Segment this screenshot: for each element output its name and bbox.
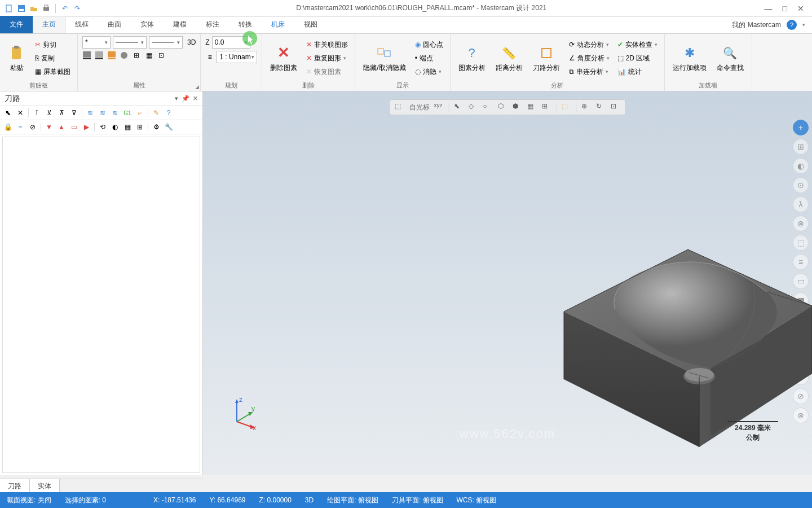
elem-analyze-button[interactable]: ?图素分析 bbox=[455, 43, 489, 74]
maximize-button[interactable]: □ bbox=[783, 4, 787, 13]
tool-icon1[interactable]: ⟲ bbox=[98, 122, 107, 132]
ft-icon7[interactable]: ▦ bbox=[527, 102, 537, 112]
side-tool1-icon[interactable]: ⊞ bbox=[793, 139, 809, 155]
tree-icon4[interactable]: ⊽ bbox=[69, 108, 78, 117]
ft-icon6[interactable]: ⬢ bbox=[513, 102, 523, 112]
panel-tree[interactable] bbox=[2, 137, 200, 473]
tab-model[interactable]: 建模 bbox=[164, 16, 196, 33]
new-icon[interactable] bbox=[5, 4, 14, 13]
layer-icon2[interactable]: ≋ bbox=[98, 108, 107, 117]
stats-button[interactable]: 📊统计 bbox=[615, 65, 660, 78]
btab-toolpath[interactable]: 刀路 bbox=[0, 479, 30, 492]
layer-combo[interactable]: 1 : Unnam bbox=[217, 51, 257, 63]
status-wcs[interactable]: WCS: 俯视图 bbox=[457, 496, 497, 505]
select-x-icon[interactable]: ✕ bbox=[16, 108, 25, 117]
color-orange-icon[interactable] bbox=[107, 51, 116, 60]
point-style-combo[interactable]: * bbox=[82, 36, 111, 49]
ft-icon5[interactable]: ⬡ bbox=[498, 102, 508, 112]
blank-button[interactable]: ◌消隐▾ bbox=[413, 65, 445, 78]
tab-solid[interactable]: 实体 bbox=[131, 16, 164, 33]
duplicate-button[interactable]: ✕重复图形▾ bbox=[304, 52, 350, 64]
status-section[interactable]: 截面视图: 关闭 bbox=[7, 496, 51, 505]
chain-analyze-button[interactable]: ⧉串连分析▾ bbox=[567, 65, 612, 78]
box-icon[interactable]: ▭ bbox=[69, 122, 78, 132]
paste-button[interactable]: 粘贴 bbox=[5, 43, 29, 74]
tool-icon2[interactable]: ◐ bbox=[111, 122, 120, 132]
tab-home[interactable]: 主页 bbox=[33, 16, 65, 33]
tool-icon4[interactable]: ⊞ bbox=[135, 122, 144, 132]
my-mastercam-link[interactable]: 我的 Mastercam bbox=[732, 20, 781, 30]
side-tool3-icon[interactable]: ⊙ bbox=[793, 177, 809, 193]
nonassoc-button[interactable]: ✕非关联图形 bbox=[304, 38, 350, 51]
path-icon[interactable]: ⌐ bbox=[135, 108, 144, 117]
side-tool2-icon[interactable]: ◐ bbox=[793, 158, 809, 174]
tab-transform[interactable]: 转换 bbox=[229, 16, 262, 33]
run-addon-button[interactable]: ✱运行加载项 bbox=[669, 43, 710, 74]
help-icon[interactable]: ? bbox=[787, 20, 797, 30]
right-icon[interactable]: ▶ bbox=[82, 122, 91, 132]
attr-icon2[interactable]: ▦ bbox=[144, 51, 153, 60]
save-icon[interactable] bbox=[17, 4, 26, 13]
wrench-icon[interactable]: 🔧 bbox=[164, 122, 173, 132]
attr-icon1[interactable]: ⊞ bbox=[132, 51, 141, 60]
gear-icon[interactable]: ⚙ bbox=[152, 122, 161, 132]
ft-icon12[interactable]: ⊡ bbox=[611, 102, 621, 112]
tree-icon2[interactable]: ⊻ bbox=[45, 108, 54, 117]
region-button[interactable]: ⬚2D 区域 bbox=[615, 52, 660, 64]
status-cplane[interactable]: 绘图平面: 俯视图 bbox=[327, 496, 378, 505]
layer-icon3[interactable]: ≋ bbox=[111, 108, 120, 117]
redo-icon[interactable]: ↷ bbox=[73, 4, 82, 13]
tree-icon3[interactable]: ⊼ bbox=[57, 108, 66, 117]
ft-icon2[interactable]: ⬉ bbox=[454, 102, 464, 112]
cmd-find-button[interactable]: 🔍命令查找 bbox=[713, 43, 747, 74]
open-icon[interactable] bbox=[29, 4, 38, 13]
btab-solid[interactable]: 实体 bbox=[30, 479, 60, 492]
hide-button[interactable]: 隐藏/取消隐藏 bbox=[360, 43, 409, 74]
tab-wireframe[interactable]: 线框 bbox=[65, 16, 98, 33]
dist-analyze-button[interactable]: 📏距离分析 bbox=[492, 43, 526, 74]
attr-launcher-icon[interactable]: ◢ bbox=[195, 84, 199, 90]
ft-icon11[interactable]: ↻ bbox=[596, 102, 606, 112]
cut-button[interactable]: ✂剪切 bbox=[33, 38, 73, 51]
undo-icon[interactable]: ↶ bbox=[60, 4, 69, 13]
ft-icon8[interactable]: ⊞ bbox=[542, 102, 552, 112]
tab-surface[interactable]: 曲面 bbox=[98, 16, 131, 33]
minimize-button[interactable]: — bbox=[765, 4, 773, 13]
panel-dropdown-icon[interactable]: ▾ bbox=[175, 95, 178, 102]
down-icon[interactable]: ▼ bbox=[45, 122, 54, 132]
ft-xyz-icon[interactable]: xyz bbox=[434, 102, 444, 112]
attr-icon3[interactable]: ⊡ bbox=[157, 51, 166, 60]
up-icon[interactable]: ▲ bbox=[57, 122, 66, 132]
filter-icon[interactable]: ⊘ bbox=[28, 122, 37, 132]
color-fill-icon[interactable] bbox=[82, 51, 91, 60]
dyn-analyze-button[interactable]: ⟳动态分析▾ bbox=[567, 38, 612, 51]
tab-view[interactable]: 视图 bbox=[294, 16, 327, 33]
tab-machine[interactable]: 机床 bbox=[262, 16, 294, 33]
cursor-mode-label[interactable]: 自光标 bbox=[409, 103, 430, 112]
ft-icon10[interactable]: ⊕ bbox=[581, 102, 592, 112]
color-fill2-icon[interactable] bbox=[95, 51, 104, 60]
check-button[interactable]: ✔实体检查▾ bbox=[615, 38, 660, 51]
ft-icon4[interactable]: ○ bbox=[483, 102, 493, 112]
delete-element-button[interactable]: ✕ 删除图素 bbox=[267, 43, 301, 74]
tool-icon3[interactable]: ▦ bbox=[123, 122, 132, 132]
help-dropdown-icon[interactable]: ▾ bbox=[802, 22, 805, 28]
edit-icon[interactable]: ✎ bbox=[152, 108, 161, 117]
line-style-combo[interactable] bbox=[113, 36, 147, 49]
tab-dimension[interactable]: 标注 bbox=[196, 16, 229, 33]
tree-icon1[interactable]: ⊺ bbox=[32, 108, 41, 117]
layer-icon[interactable]: ≡ bbox=[205, 52, 214, 62]
panel-pin-icon[interactable]: 📌 bbox=[182, 95, 189, 102]
line-width-combo[interactable] bbox=[149, 36, 183, 49]
3d-label[interactable]: 3D bbox=[187, 38, 196, 46]
side-add-icon[interactable]: + bbox=[793, 120, 809, 135]
status-mode[interactable]: 3D bbox=[305, 496, 314, 504]
screenshot-button[interactable]: ▦屏幕截图 bbox=[33, 65, 73, 78]
angle-analyze-button[interactable]: ∠角度分析▾ bbox=[567, 52, 612, 64]
center-button[interactable]: ◉圆心点 bbox=[413, 38, 445, 51]
select-icon[interactable]: ⬉ bbox=[3, 108, 12, 117]
tool-analyze-button[interactable]: 刀路分析 bbox=[529, 43, 563, 74]
help-icon[interactable]: ? bbox=[164, 108, 173, 117]
viewport[interactable]: ⬚ 自光标 xyz ⬉ ◇ ○ ⬡ ⬢ ▦ ⊞ ⬚ ⊕ ↻ ⊡ + ⊞ ◐ ⊙ … bbox=[203, 91, 812, 475]
print-icon[interactable] bbox=[42, 4, 51, 13]
